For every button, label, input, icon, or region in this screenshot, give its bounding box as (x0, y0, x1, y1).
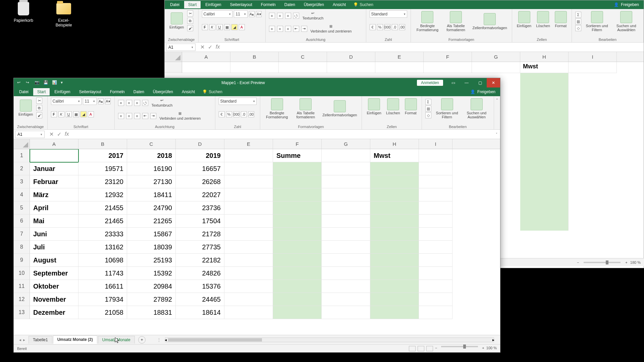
number-format-dropdown[interactable]: Standard▾ (370, 10, 408, 18)
cond-format-button[interactable]: Bedingte Formatierung (414, 10, 441, 33)
cells-insert-button[interactable]: Einfügen (365, 98, 382, 116)
row-header[interactable]: 5 (14, 201, 30, 215)
fx-icon[interactable]: fx (65, 131, 69, 137)
cells-format-button[interactable]: Format (404, 98, 418, 116)
wrap-text-button[interactable]: ↩Textumbruch (301, 10, 325, 21)
cell-F5[interactable] (273, 201, 322, 215)
desktop-recycle-bin[interactable]: Papierkorb (10, 1, 37, 23)
row-header[interactable]: 4 (14, 188, 30, 201)
back-cell-H1[interactable]: Mwst (520, 62, 569, 73)
zoom-out-icon[interactable]: − (435, 346, 437, 351)
tab-start[interactable]: Start (184, 1, 201, 8)
tab-view[interactable]: Ansicht (178, 88, 199, 96)
currency-icon[interactable]: € (219, 111, 225, 117)
collapse-ribbon-icon[interactable]: ˄ (496, 98, 498, 102)
inc-decimal-icon[interactable]: .0 (241, 111, 247, 117)
cells-delete-button[interactable]: Löschen (385, 98, 401, 116)
qa-more-icon[interactable]: ▾ (61, 80, 66, 85)
horizontal-scrollbar[interactable]: ◂▸ (165, 338, 494, 342)
font-color-button[interactable]: A (88, 111, 94, 117)
cell-H8[interactable] (370, 241, 419, 254)
cell-A3[interactable]: Februar (30, 175, 78, 188)
border-button[interactable]: ▦ (73, 111, 79, 117)
sheet-tab-umsatz[interactable]: Umsatz Monate (98, 336, 135, 344)
cell-H10[interactable] (370, 267, 419, 280)
cell-B13[interactable]: 21058 (78, 306, 127, 319)
cell-A12[interactable]: November (30, 293, 78, 306)
tell-me-search[interactable]: 💡Suchen (202, 89, 222, 94)
tab-layout[interactable]: Seitenlayout (75, 88, 105, 96)
cancel-formula-icon[interactable]: ✕ (200, 44, 205, 50)
copy-icon[interactable]: ⧉ (187, 18, 193, 24)
cell-D7[interactable]: 21728 (176, 228, 224, 241)
fx-icon[interactable]: fx (216, 44, 220, 50)
indent-inc-icon[interactable]: ⇥ (301, 26, 307, 32)
cell-I12[interactable] (419, 293, 452, 306)
cell-D4[interactable]: 22027 (176, 188, 224, 201)
thousands-icon[interactable]: 000 (233, 111, 239, 117)
clear-icon[interactable]: ◇ (425, 112, 431, 118)
indent-dec-icon[interactable]: ⇤ (293, 26, 299, 32)
font-color-button[interactable]: A (239, 24, 245, 30)
cell-E13[interactable] (224, 306, 273, 319)
align-top-icon[interactable]: ≡ (269, 13, 275, 19)
desktop-folder[interactable]: Excel-Beispiele (50, 1, 77, 27)
cell-F13[interactable] (273, 306, 322, 319)
dec-decimal-icon[interactable]: .00 (248, 111, 254, 117)
formula-input-back[interactable] (223, 44, 644, 51)
minimize-button[interactable]: — (460, 78, 473, 87)
worksheet-grid[interactable]: 1201720182019SummeMwst2Januar19571161901… (14, 149, 500, 335)
cell-F12[interactable] (273, 293, 322, 306)
cell-G13[interactable] (322, 306, 370, 319)
colhdr-I[interactable]: I (419, 139, 452, 149)
cell-B4[interactable]: 12932 (78, 188, 127, 201)
sheet-tab-umsatz-2[interactable]: Umsatz Monate (2) (53, 336, 97, 344)
sort-filter-button[interactable]: Sortieren und Filtern (583, 10, 611, 33)
colhdr-A[interactable]: A (30, 139, 78, 149)
colhdr-F[interactable]: F (424, 52, 472, 62)
qa-forward-icon[interactable]: ↪ (26, 80, 31, 85)
cell-H9[interactable] (370, 254, 419, 267)
cell-C12[interactable]: 27892 (127, 293, 176, 306)
cell-C1[interactable]: 2018 (127, 149, 176, 162)
cut-icon[interactable]: ✂ (36, 98, 42, 104)
cell-I13[interactable] (419, 306, 452, 319)
cell-B8[interactable]: 13162 (78, 241, 127, 254)
sheet-tab-tabelle1[interactable]: Tabelle1 (29, 336, 52, 344)
cell-E6[interactable] (224, 215, 273, 228)
border-button[interactable]: ▦ (224, 24, 230, 30)
cell-I11[interactable] (419, 280, 452, 293)
colhdr-A[interactable]: A (182, 52, 230, 62)
tell-me-search[interactable]: 💡 Suchen (353, 2, 373, 7)
format-table-button[interactable]: Als Tabelle formatieren (443, 10, 469, 33)
row-header[interactable]: 7 (14, 228, 30, 241)
autosum-icon[interactable]: Σ (425, 99, 431, 105)
tab-start[interactable]: Start (33, 88, 50, 96)
tab-file[interactable]: Datei (166, 1, 183, 8)
cell-C10[interactable]: 15392 (127, 267, 176, 280)
colhdr-D[interactable]: D (327, 52, 375, 62)
tab-file[interactable]: Datei (15, 88, 33, 96)
cell-F10[interactable] (273, 267, 322, 280)
cell-A4[interactable]: März (30, 188, 78, 201)
row-header[interactable]: 10 (14, 267, 30, 280)
autosum-icon[interactable]: Σ (575, 12, 581, 18)
cell-B3[interactable]: 23120 (78, 175, 127, 188)
cell-F1[interactable]: Summe (273, 149, 322, 162)
colhdr-D[interactable]: D (176, 139, 224, 149)
fill-icon[interactable]: ▥ (575, 18, 581, 24)
formula-input[interactable] (72, 131, 493, 138)
cell-I4[interactable] (419, 188, 452, 201)
row-header[interactable]: 3 (14, 175, 30, 188)
signin-button[interactable]: Anmelden (417, 80, 443, 86)
select-all-corner[interactable] (14, 139, 30, 149)
cell-G7[interactable] (322, 228, 370, 241)
cell-A7[interactable]: Juni (30, 228, 78, 241)
tab-data[interactable]: Daten (280, 1, 299, 8)
cell-E12[interactable] (224, 293, 273, 306)
cell-C8[interactable]: 18039 (127, 241, 176, 254)
cell-F2[interactable] (273, 162, 322, 175)
underline-button[interactable]: U (217, 24, 223, 30)
align-right-icon[interactable]: ≡ (285, 26, 291, 32)
cell-F3[interactable] (273, 175, 322, 188)
